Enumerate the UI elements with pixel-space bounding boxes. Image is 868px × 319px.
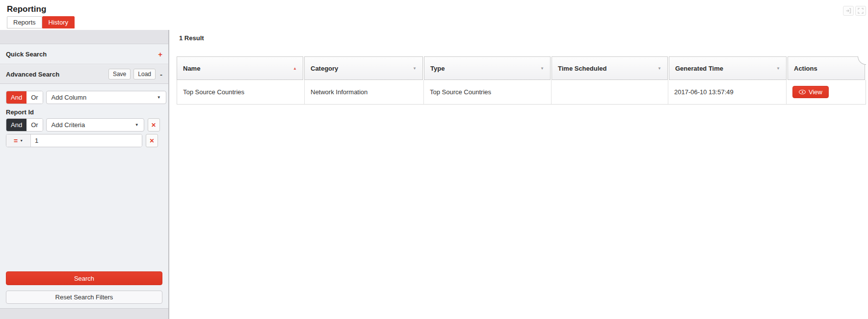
add-column-select[interactable]: Add Column ▼ xyxy=(46,91,166,104)
add-criteria-row: And Or Add Criteria ▼ ✕ xyxy=(6,118,160,132)
add-column-select-value: Add Column xyxy=(52,94,87,101)
or-button[interactable]: Or xyxy=(26,119,42,131)
or-button[interactable]: Or xyxy=(26,91,42,104)
reporting-app: Reporting Reports History Quick Search +… xyxy=(0,0,868,319)
cell-time-scheduled xyxy=(551,80,668,104)
sidebar-bottom-strip xyxy=(0,308,168,319)
search-sidebar: Quick Search + Advanced Search Save Load… xyxy=(0,30,169,319)
remove-value-button[interactable]: ✕ xyxy=(146,134,158,147)
close-icon: ✕ xyxy=(149,137,154,144)
column-header-actions: Actions xyxy=(788,56,865,80)
tab-reports[interactable]: Reports xyxy=(7,16,42,28)
equals-icon: = xyxy=(14,137,18,145)
table-header-row: Name ▲ Category ▼ Type ▼ Time Scheduled … xyxy=(177,56,866,80)
column-header-type[interactable]: Type ▼ xyxy=(424,56,551,80)
window-controls xyxy=(843,6,866,16)
reset-search-filters-button[interactable]: Reset Search Filters xyxy=(6,291,162,304)
eye-icon xyxy=(799,90,806,94)
expand-plus-icon[interactable]: + xyxy=(158,50,162,58)
chevron-down-icon: ▼ xyxy=(131,123,139,127)
dock-arrow-icon xyxy=(845,8,851,14)
quick-search-title: Quick Search xyxy=(6,51,47,58)
remove-criteria-button[interactable]: ✕ xyxy=(148,118,160,132)
add-criteria-select-value: Add Criteria xyxy=(52,121,85,129)
and-button[interactable]: And xyxy=(6,91,26,104)
quick-search-header[interactable]: Quick Search + xyxy=(0,45,168,64)
collapse-minus-icon[interactable]: - xyxy=(160,70,162,79)
cell-name: Top Source Countries xyxy=(177,80,304,104)
fullscreen-icon xyxy=(858,8,864,14)
criteria-value-input[interactable] xyxy=(31,134,142,147)
tab-bar: Reports History xyxy=(7,16,75,28)
view-report-button[interactable]: View xyxy=(792,86,829,98)
advanced-search-header: Advanced Search Save Load - xyxy=(0,65,168,84)
close-icon: ✕ xyxy=(151,122,156,129)
search-button[interactable]: Search xyxy=(6,271,162,285)
column-header-name[interactable]: Name ▲ xyxy=(177,56,303,80)
sort-caret-icon[interactable]: ▼ xyxy=(409,66,417,71)
sort-caret-icon[interactable]: ▼ xyxy=(772,66,780,71)
view-button-label: View xyxy=(809,88,822,96)
operator-input-group: = ▼ xyxy=(6,134,142,147)
add-criteria-select[interactable]: Add Criteria ▼ xyxy=(46,118,144,132)
criteria-value-row: = ▼ ✕ xyxy=(6,134,158,147)
filter-field-label: Report Id xyxy=(6,108,34,116)
sort-caret-icon[interactable]: ▼ xyxy=(536,66,544,71)
chevron-down-icon: ▼ xyxy=(20,139,23,142)
fullscreen-button[interactable] xyxy=(855,6,866,16)
chevron-down-icon: ▼ xyxy=(153,95,161,100)
result-count: 1 Result xyxy=(179,34,204,42)
sort-caret-icon[interactable]: ▼ xyxy=(654,66,661,71)
advanced-search-title: Advanced Search xyxy=(6,71,59,78)
and-button[interactable]: And xyxy=(6,119,26,131)
cell-type: Top Source Countries xyxy=(423,80,551,104)
and-or-toggle-field: And Or xyxy=(6,118,43,132)
column-header-time-scheduled[interactable]: Time Scheduled ▼ xyxy=(552,56,668,80)
cell-generated-time: 2017-06-10 13:57:49 xyxy=(668,80,786,104)
add-column-row: And Or Add Column ▼ xyxy=(6,91,166,104)
sort-ascending-icon[interactable]: ▲ xyxy=(289,66,297,71)
column-header-generated-time[interactable]: Generated Time ▼ xyxy=(669,56,787,80)
table-row[interactable]: Top Source Countries Network Information… xyxy=(177,80,866,105)
column-header-category[interactable]: Category ▼ xyxy=(304,56,423,80)
sidebar-top-strip xyxy=(0,30,168,44)
save-filter-button[interactable]: Save xyxy=(108,69,131,80)
results-table: Name ▲ Category ▼ Type ▼ Time Scheduled … xyxy=(177,56,866,105)
operator-select[interactable]: = ▼ xyxy=(6,134,31,147)
load-filter-button[interactable]: Load xyxy=(133,69,156,80)
tab-history[interactable]: History xyxy=(42,16,75,28)
results-panel: 1 Result Name ▲ Category ▼ Type ▼ Time S… xyxy=(170,30,868,319)
cell-actions: View xyxy=(786,80,866,104)
page-title: Reporting xyxy=(7,4,46,14)
collapse-panel-button[interactable] xyxy=(843,6,854,16)
and-or-toggle-top: And Or xyxy=(6,91,43,104)
cell-category: Network Information xyxy=(304,80,423,104)
